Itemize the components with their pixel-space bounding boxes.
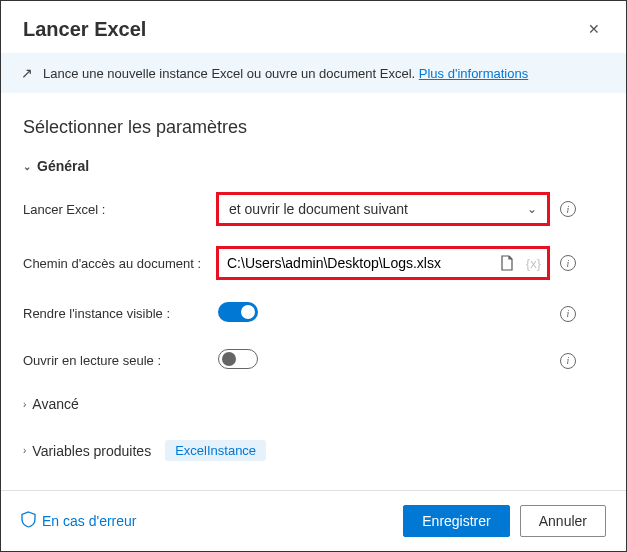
shield-icon (21, 511, 36, 531)
variable-pill[interactable]: ExcelInstance (165, 440, 266, 461)
on-error-label: En cas d'erreur (42, 513, 137, 529)
readonly-toggle[interactable] (218, 349, 258, 369)
variables-section-toggle[interactable]: › Variables produites ExcelInstance (23, 440, 604, 461)
make-visible-toggle[interactable] (218, 302, 258, 322)
file-picker-icon[interactable] (494, 255, 520, 271)
on-error-link[interactable]: En cas d'erreur (21, 511, 137, 531)
info-icon[interactable]: i (560, 353, 576, 369)
info-icon[interactable]: i (560, 255, 576, 271)
chevron-down-icon: ⌄ (23, 161, 31, 172)
advanced-label: Avancé (32, 396, 78, 412)
document-path-field[interactable]: {x} (218, 248, 548, 278)
general-label: Général (37, 158, 89, 174)
banner-text: Lance une nouvelle instance Excel ou ouv… (43, 66, 419, 81)
launch-excel-label: Lancer Excel : (23, 202, 218, 217)
advanced-section-toggle[interactable]: › Avancé (23, 396, 604, 412)
close-icon: ✕ (588, 21, 600, 37)
info-icon[interactable]: i (560, 201, 576, 217)
general-section-toggle[interactable]: ⌄ Général (23, 158, 604, 174)
readonly-label: Ouvrir en lecture seule : (23, 353, 218, 368)
chevron-down-icon: ⌄ (527, 202, 537, 216)
save-button[interactable]: Enregistrer (403, 505, 509, 537)
toggle-knob (222, 352, 236, 366)
more-info-link[interactable]: Plus d'informations (419, 66, 528, 81)
cancel-button[interactable]: Annuler (520, 505, 606, 537)
variable-picker-icon[interactable]: {x} (520, 256, 547, 271)
document-path-label: Chemin d'accès au document : (23, 256, 218, 271)
section-title: Sélectionner les paramètres (23, 117, 604, 138)
launch-excel-value: et ouvrir le document suivant (229, 201, 408, 217)
dialog-title: Lancer Excel (23, 18, 146, 41)
launch-excel-select[interactable]: et ouvrir le document suivant ⌄ (218, 194, 548, 224)
make-visible-label: Rendre l'instance visible : (23, 306, 218, 321)
chevron-right-icon: › (23, 445, 26, 456)
close-button[interactable]: ✕ (582, 17, 606, 41)
info-icon[interactable]: i (560, 306, 576, 322)
chevron-right-icon: › (23, 399, 26, 410)
document-path-input[interactable] (219, 249, 494, 277)
toggle-knob (241, 305, 255, 319)
info-banner: ↗ Lance une nouvelle instance Excel ou o… (1, 53, 626, 93)
variables-label: Variables produites (32, 443, 151, 459)
launch-arrow-icon: ↗ (21, 65, 33, 81)
